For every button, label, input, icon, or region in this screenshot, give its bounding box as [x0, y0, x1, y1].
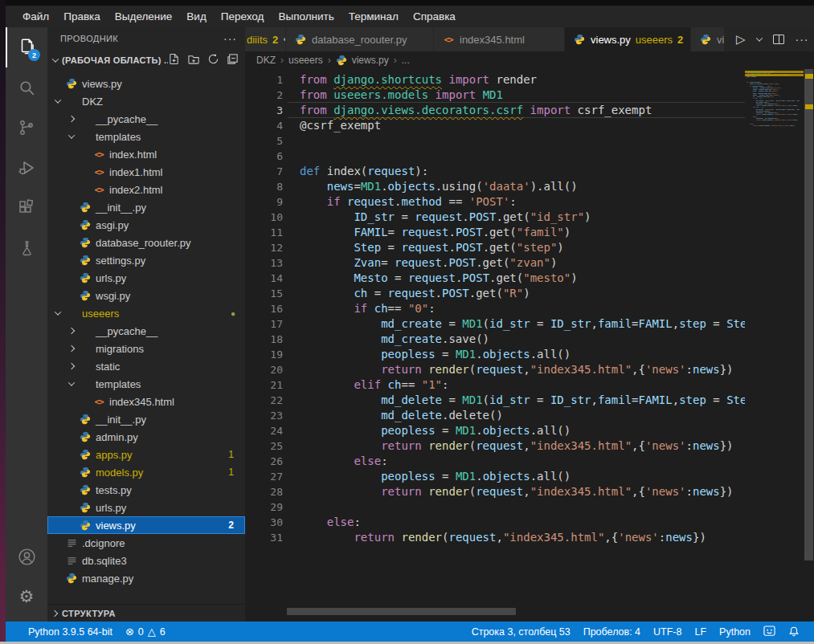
new-file-icon[interactable] — [168, 53, 180, 68]
search-icon[interactable] — [6, 67, 47, 108]
tree-folder-__pycache__[interactable]: __pycache__ — [47, 322, 245, 340]
file-icon — [65, 536, 78, 549]
tree-file-views.py[interactable]: views.py — [47, 75, 245, 92]
cursor-position-item[interactable]: Строка 3, столбец 53 — [465, 626, 577, 638]
code-line-28: return render(request,"index345.html",{'… — [747, 120, 804, 121]
tree-file-models.py[interactable]: models.py1 — [47, 463, 245, 481]
encoding-item[interactable]: UTF-8 — [647, 626, 688, 638]
tab-bar: diiits2●database_roouter.py<>index345.ht… — [245, 27, 814, 51]
run-debug-icon[interactable] — [6, 148, 47, 188]
notifications-bell-icon[interactable] — [782, 626, 806, 638]
tree-file-index.html[interactable]: <>index.html — [47, 145, 245, 163]
tree-file-apps.py[interactable]: apps.py1 — [47, 446, 245, 463]
outline-section-header[interactable]: СТРУКТУРА — [47, 604, 245, 622]
vertical-scrollbar-thumb[interactable] — [804, 69, 813, 560]
breadcrumb-item-DKZ[interactable]: DKZ — [256, 55, 276, 66]
extensions-icon[interactable] — [6, 188, 47, 228]
eol-item[interactable]: LF — [688, 626, 713, 638]
menu-item-Выполнить[interactable]: Выполнить — [271, 7, 341, 26]
tab-description: useeers — [636, 34, 673, 46]
python-icon — [79, 236, 92, 249]
tree-file-__init__.py[interactable]: __init__.py — [47, 198, 245, 216]
line-number: 7 — [245, 164, 283, 179]
tree-file-__init__.py[interactable]: __init__.py — [47, 410, 245, 428]
tree-item-label: templates — [96, 131, 141, 143]
python-interpreter-item[interactable]: Python 3.9.5 64-bit — [22, 626, 119, 638]
tree-folder-templates[interactable]: templates — [47, 375, 245, 393]
tab-index345.html[interactable]: <>index345.html — [434, 27, 565, 51]
horizontal-scrollbar-thumb[interactable] — [287, 608, 516, 615]
tree-item-label: static — [96, 361, 120, 373]
workspace-section-header[interactable]: (РАБОЧАЯ ОБЛАСТЬ) ... — [47, 50, 245, 71]
testing-icon[interactable] — [6, 228, 47, 268]
status-bar: Python 3.9.5 64-bit ⊗ 0 △ 6 Строка 3, ст… — [6, 622, 814, 642]
collapse-all-icon[interactable] — [227, 53, 239, 68]
code-text: else: — [300, 515, 361, 530]
activity-bar: 2⚙ — [6, 27, 47, 622]
explorer-icon[interactable]: 2 — [6, 27, 47, 67]
minimap-warning-highlight — [745, 74, 804, 76]
tree-folder-static[interactable]: static — [47, 357, 245, 375]
tree-file-urls.py[interactable]: urls.py — [47, 269, 245, 287]
menu-item-Файл[interactable]: Файл — [15, 7, 56, 26]
breadcrumb[interactable]: DKZ›useeers›views.py›... — [245, 51, 814, 69]
more-actions-icon[interactable]: ··· — [223, 32, 237, 45]
menu-item-Вид[interactable]: Вид — [179, 7, 213, 26]
refresh-icon[interactable] — [207, 53, 219, 68]
tree-file-index345.html[interactable]: <>index345.html — [47, 393, 245, 410]
tree-file-asgi.py[interactable]: asgi.py — [47, 216, 245, 234]
code-line-29: 29 — [245, 499, 745, 515]
tab-vie[interactable]: vie — [691, 27, 725, 51]
tree-file-views.py[interactable]: views.py2 — [47, 516, 245, 534]
tree-folder-DKZ[interactable]: DKZ — [47, 92, 245, 110]
tree-file-settings.py[interactable]: settings.py — [47, 251, 245, 269]
indentation-item[interactable]: Пробелов: 4 — [577, 626, 647, 638]
menu-item-Переход[interactable]: Переход — [214, 7, 272, 26]
more-actions-icon[interactable]: ··· — [796, 33, 809, 46]
tree-file-db.sqlite3[interactable]: db.sqlite3 — [47, 552, 245, 569]
breadcrumb-item-...[interactable]: ... — [402, 55, 410, 66]
overview-warning-mark — [805, 104, 813, 109]
settings-icon[interactable]: ⚙ — [6, 577, 47, 617]
menu-item-Справка[interactable]: Справка — [406, 7, 463, 26]
vertical-scrollbar[interactable] — [804, 69, 814, 622]
menu-item-Терминал[interactable]: Терминал — [342, 7, 406, 26]
account-icon[interactable] — [6, 536, 47, 577]
tree-file-index1.html[interactable]: <>index1.html — [47, 163, 245, 181]
tree-folder-useeers[interactable]: useeers● — [47, 304, 245, 322]
code-editor[interactable]: 1from django.shortcuts import render2fro… — [245, 69, 814, 622]
minimap[interactable]: from django.shortcuts import renderfrom … — [745, 69, 804, 622]
feedback-smiley-icon[interactable] — [757, 626, 782, 638]
breadcrumb-item-views.py[interactable]: views.py — [352, 55, 389, 66]
code-line-9: 9 if request.method == 'POST': — [245, 194, 745, 210]
tree-file-urls.py[interactable]: urls.py — [47, 499, 245, 516]
tree-folder-__pycache__[interactable]: __pycache__ — [47, 110, 245, 128]
tab-views.py[interactable]: views.pyuseeers2× — [565, 27, 691, 51]
code-text: FAMIL= request.POST.get("famil") — [300, 225, 571, 240]
tab-diiits[interactable]: diiits2● — [245, 27, 286, 51]
tree-file-index2.html[interactable]: <>index2.html — [47, 181, 245, 198]
split-editor-icon[interactable] — [773, 35, 784, 44]
tree-file-manage.py[interactable]: manage.py — [47, 569, 245, 587]
run-python-file-icon[interactable]: ▷ — [736, 32, 746, 47]
tree-folder-templates[interactable]: templates — [47, 128, 245, 145]
problems-item[interactable]: ⊗ 0 △ 6 — [119, 626, 172, 638]
tree-file-tests.py[interactable]: tests.py — [47, 481, 245, 499]
code-text: news=MD1.objects.using('daata').all() — [300, 179, 578, 194]
tree-file-admin.py[interactable]: admin.py — [47, 428, 245, 446]
language-mode-item[interactable]: Python — [713, 626, 757, 638]
breadcrumb-item-useeers[interactable]: useeers — [288, 55, 323, 66]
tree-item-label: admin.py — [96, 431, 138, 443]
workspace-actions — [168, 53, 239, 68]
menu-item-Выделение[interactable]: Выделение — [108, 7, 180, 26]
new-folder-icon[interactable] — [187, 53, 200, 68]
tree-file-wsgi.py[interactable]: wsgi.py — [47, 287, 245, 304]
python-icon — [573, 33, 586, 46]
source-control-icon[interactable] — [6, 108, 47, 148]
tree-file-.dcignore[interactable]: .dcignore — [47, 534, 245, 552]
tab-database_roouter.py[interactable]: database_roouter.py — [286, 27, 434, 51]
menu-item-Правка[interactable]: Правка — [56, 7, 108, 26]
run-dropdown-chevron-icon[interactable] — [755, 35, 762, 41]
tree-folder-migrations[interactable]: migrations — [47, 340, 245, 357]
tree-file-database_roouter.py[interactable]: database_roouter.py — [47, 234, 245, 251]
